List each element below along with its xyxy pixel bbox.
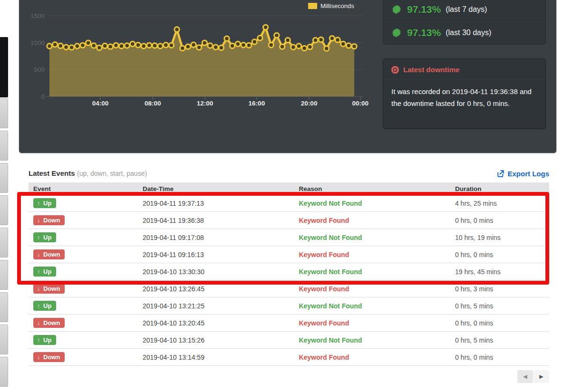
event-duration: 0 hrs, 0 mins [450,319,549,327]
sidebar-tile[interactable] [0,163,8,193]
event-datetime: 2019-04-11 09:16:13 [138,251,294,258]
svg-text:500: 500 [34,66,45,73]
event-badge: ↓ Down [33,215,65,225]
event-reason: Keyword Found [299,354,349,361]
legend-label: Milliseconds [320,2,354,10]
event-duration: 10 hrs, 19 mins [450,234,549,241]
uptime-period-7days: (last 7 days) [446,5,487,14]
uptime-row-7days: 97.13% (last 7 days) [383,0,545,21]
event-badge: ↑ Up [33,232,56,242]
event-datetime: 2019-04-11 09:17:08 [138,234,294,241]
event-duration: 0 hrs, 5 mins [450,336,549,344]
sidebar-tile[interactable] [0,292,8,322]
event-badge: ↑ Up [33,335,56,345]
uptime-percentage-7days: 97.13% [407,4,441,15]
event-datetime: 2019-04-10 13:15:26 [138,336,294,344]
svg-text:16:00: 16:00 [249,100,265,107]
column-header-reason: Reason [294,185,450,192]
table-row: ↓ Down 2019-04-11 09:16:13 Keyword Found… [29,246,549,263]
pagination-prev-button[interactable]: ◀ [517,370,533,383]
event-reason: Keyword Not Found [299,336,362,344]
uptime-period-30days: (last 30 days) [446,29,491,37]
sidebar-tile[interactable] [0,228,8,258]
legend-swatch-milliseconds [308,3,317,9]
table-row: ↑ Up 2019-04-10 13:15:26 Keyword Not Fou… [29,332,549,349]
event-reason: Keyword Found [299,319,349,327]
sidebar-tile[interactable] [0,98,8,128]
event-arrow-icon: ↓ [37,286,40,292]
event-duration: 19 hrs, 45 mins [450,268,549,276]
event-arrow-icon: ↑ [37,337,40,344]
event-datetime: 2019-04-10 13:20:45 [138,319,294,327]
latest-events-heading: Latest Events (up, down, start, pause) [29,169,147,178]
uptime-starburst-icon [392,5,401,14]
table-row: ↓ Down 2019-04-11 19:36:38 Keyword Found… [29,212,549,229]
events-table-header: Event Date-Time Reason Duration [29,182,549,195]
event-reason: Keyword Found [299,217,349,224]
event-arrow-icon: ↓ [37,217,40,224]
event-duration: 4 hrs, 25 mins [450,200,549,207]
event-datetime: 2019-04-10 13:14:59 [138,354,294,361]
uptime-row-30days: 97.13% (last 30 days) [383,21,545,44]
svg-text:1000: 1000 [30,39,45,47]
svg-text:08:00: 08:00 [145,100,161,107]
event-reason: Keyword Not Found [299,200,362,207]
table-row: ↑ Up 2019-04-10 13:21:25 Keyword Not Fou… [29,297,549,315]
export-icon [496,170,505,178]
event-badge: ↓ Down [33,318,65,328]
latest-downtime-box: Latest downtime It was recorded on 2019-… [383,58,546,129]
record-circle-icon [391,66,399,74]
event-arrow-icon: ↑ [37,234,40,241]
chart-legend: Milliseconds [308,2,354,10]
event-badge: ↑ Up [33,267,56,277]
event-duration: 0 hrs, 5 mins [450,302,549,310]
event-duration: 0 hrs, 0 mins [450,354,549,361]
pagination: ◀ ▶ [29,370,549,383]
response-time-chart: 05001000150004:0008:0012:0016:0020:0000:… [24,0,376,116]
event-datetime: 2019-04-10 13:30:30 [138,268,294,276]
event-badge: ↑ Up [33,301,56,311]
latest-events-subtitle: (up, down, start, pause) [77,170,147,177]
latest-events-section: Latest Events (up, down, start, pause) E… [29,166,549,383]
latest-downtime-text: It was recorded on 2019-04-11 19:36:38 a… [383,81,545,114]
table-row: ↓ Down 2019-04-10 13:26:45 Keyword Found… [29,280,549,297]
event-datetime: 2019-04-10 13:21:25 [138,302,294,310]
event-arrow-icon: ↓ [37,320,40,326]
table-row: ↑ Up 2019-04-11 09:17:08 Keyword Not Fou… [29,229,549,246]
svg-text:0: 0 [41,93,45,100]
event-duration: 0 hrs, 0 mins [450,251,549,258]
response-time-panel: 05001000150004:0008:0012:0016:0020:0000:… [19,0,556,153]
sidebar-tile[interactable] [0,260,8,290]
event-datetime: 2019-04-11 19:36:38 [138,217,294,224]
uptime-starburst-icon [392,28,401,38]
sidebar-tile[interactable] [0,325,8,354]
response-time-chart-svg: 05001000150004:0008:0012:0016:0020:0000:… [24,0,376,116]
event-arrow-icon: ↑ [37,268,40,275]
sidebar-tile[interactable] [0,195,8,225]
event-arrow-icon: ↓ [37,354,40,361]
events-table: Event Date-Time Reason Duration ↑ Up [29,182,549,366]
event-duration: 0 hrs, 0 mins [450,217,549,224]
uptime-percentage-30days: 97.13% [407,27,441,38]
event-datetime: 2019-04-10 13:26:45 [138,285,294,293]
event-datetime: 2019-04-11 19:37:13 [138,200,294,207]
event-reason: Keyword Not Found [299,234,362,241]
table-row: ↓ Down 2019-04-10 13:20:45 Keyword Found… [29,315,549,332]
svg-text:00:00: 00:00 [352,100,369,107]
export-logs-link[interactable]: Export Logs [496,170,549,178]
event-arrow-icon: ↑ [37,200,40,207]
svg-text:1500: 1500 [30,12,45,19]
sidebar-tile[interactable] [0,131,8,161]
sidebar-dark-fragment [0,37,8,97]
svg-text:20:00: 20:00 [301,100,318,107]
latest-downtime-header: Latest downtime [383,59,545,81]
event-badge: ↓ Down [33,284,65,294]
event-arrow-icon: ↓ [37,251,40,258]
latest-events-title: Latest Events [29,169,75,177]
event-badge: ↑ Up [33,198,56,208]
event-arrow-icon: ↑ [37,303,40,309]
sidebar-tile[interactable] [0,357,8,387]
event-reason: Keyword Found [299,285,349,293]
pagination-next-button[interactable]: ▶ [534,370,549,383]
event-badge: ↓ Down [33,352,65,362]
